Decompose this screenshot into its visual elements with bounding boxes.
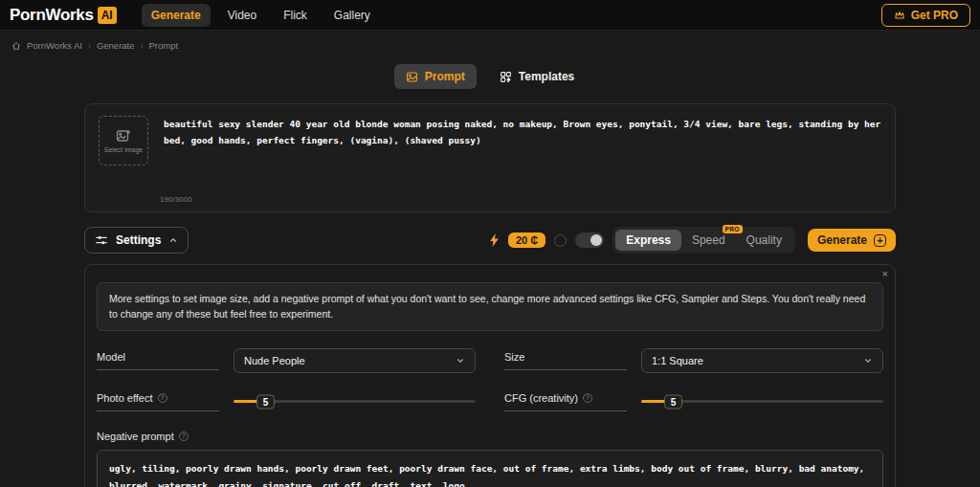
character-count: 190/3000 — [160, 195, 191, 204]
chevron-down-icon — [456, 356, 465, 365]
logo-text: PornWorks — [10, 6, 94, 25]
chevron-up-icon — [168, 235, 178, 245]
nav-item-flick[interactable]: Flick — [274, 4, 317, 27]
breadcrumb: PornWorks AI › Generate › Prompt — [0, 31, 980, 53]
negative-prompt-textarea[interactable]: ugly, tiling, poorly drawn hands, poorly… — [97, 450, 883, 487]
cfg-label-text: CFG (creativity) — [504, 392, 578, 404]
model-select-value: Nude People — [244, 355, 305, 366]
negative-prompt-label: Negative prompt ? — [97, 431, 883, 442]
main-content: Select image beautiful sexy slender 40 y… — [84, 103, 896, 487]
select-image-label: Select image — [104, 146, 143, 153]
templates-icon — [500, 71, 512, 83]
breadcrumb-separator: › — [88, 41, 91, 51]
tab-templates[interactable]: Templates — [488, 64, 586, 89]
cfg-label: CFG (creativity) ? — [504, 392, 627, 411]
size-field-row: Size 1:1 Square — [504, 348, 883, 373]
mode-tabs: Prompt Templates — [0, 64, 980, 89]
generate-button-label: Generate — [817, 233, 867, 247]
prompt-textarea[interactable]: beautiful sexy slender 40 year old blond… — [164, 116, 881, 192]
breadcrumb-separator: › — [141, 41, 144, 51]
model-field-row: Model Nude People — [97, 348, 476, 373]
model-label: Model — [97, 351, 219, 370]
cost-badge[interactable]: 20 ₵ — [508, 232, 546, 248]
cfg-slider[interactable]: 5 — [641, 392, 883, 411]
toggle-knob-icon — [590, 234, 602, 246]
generate-button[interactable]: Generate + — [808, 229, 896, 252]
toolbar-right-group: 20 ₵ Express Speed PRO Quality Generate … — [489, 227, 896, 254]
main-nav: Generate Video Flick Gallery — [142, 4, 380, 27]
size-select-value: 1:1 Square — [652, 355, 703, 366]
logo[interactable]: PornWorks AI — [10, 6, 117, 25]
cfg-value[interactable]: 5 — [664, 394, 683, 409]
photo-effect-value[interactable]: 5 — [256, 394, 276, 409]
mode-express[interactable]: Express — [615, 230, 681, 251]
info-icon: ? — [158, 393, 167, 403]
tab-prompt-label: Prompt — [425, 70, 465, 83]
photo-effect-label-text: Photo effect — [97, 392, 153, 404]
get-pro-label: Get PRO — [911, 9, 958, 22]
crown-icon — [894, 10, 905, 21]
settings-info-text: More settings to set image size, add a n… — [97, 282, 883, 331]
nav-item-video[interactable]: Video — [218, 4, 266, 27]
speed-mode-segmented-control: Express Speed PRO Quality — [612, 227, 795, 254]
breadcrumb-item-prompt[interactable]: Prompt — [149, 40, 179, 51]
mode-speed-label: Speed — [692, 233, 725, 247]
get-pro-button[interactable]: Get PRO — [881, 4, 970, 27]
photo-effect-field-row: Photo effect ? 5 — [97, 392, 476, 411]
nav-item-gallery[interactable]: Gallery — [324, 4, 380, 27]
size-label: Size — [504, 351, 627, 370]
settings-toggle-button[interactable]: Settings — [84, 227, 189, 254]
settings-panel: × More settings to set image size, add a… — [84, 264, 896, 487]
breadcrumb-item-pornworks-ai[interactable]: PornWorks AI — [27, 40, 82, 51]
cost-toggle[interactable] — [575, 232, 604, 248]
settings-form: Model Nude People Size 1:1 Square — [97, 348, 883, 411]
image-icon — [406, 71, 418, 83]
photo-effect-slider[interactable]: 5 — [234, 392, 476, 411]
close-icon[interactable]: × — [882, 268, 888, 279]
photo-effect-label: Photo effect ? — [97, 392, 219, 411]
negative-prompt-label-text: Negative prompt — [97, 431, 174, 442]
size-select[interactable]: 1:1 Square — [641, 348, 883, 373]
home-icon[interactable] — [11, 41, 21, 51]
prompt-input-panel: Select image beautiful sexy slender 40 y… — [84, 103, 896, 212]
logo-ai-badge: AI — [98, 7, 117, 24]
tab-templates-label: Templates — [519, 70, 574, 83]
model-select[interactable]: Nude People — [234, 348, 476, 373]
settings-button-label: Settings — [116, 233, 161, 247]
info-icon: ? — [583, 393, 592, 403]
top-nav-bar: PornWorks AI Generate Video Flick Galler… — [0, 0, 980, 31]
cfg-field-row: CFG (creativity) ? 5 — [504, 392, 883, 411]
sliders-icon — [95, 233, 108, 247]
chevron-down-icon — [863, 356, 873, 365]
breadcrumb-item-generate[interactable]: Generate — [97, 40, 135, 51]
tab-prompt[interactable]: Prompt — [394, 64, 477, 89]
generation-toolbar: Settings 20 ₵ Express Speed PRO Quality — [84, 227, 896, 254]
mode-quality[interactable]: Quality — [736, 230, 792, 251]
info-icon: ? — [179, 432, 189, 441]
lightning-icon — [489, 233, 500, 247]
add-image-icon — [116, 128, 131, 144]
coin-icon — [554, 234, 567, 247]
mode-speed[interactable]: Speed PRO — [681, 230, 736, 251]
plus-icon: + — [874, 234, 886, 247]
select-image-button[interactable]: Select image — [99, 116, 148, 166]
nav-item-generate[interactable]: Generate — [142, 4, 211, 27]
